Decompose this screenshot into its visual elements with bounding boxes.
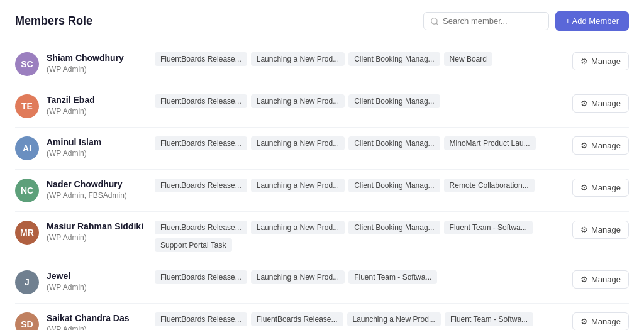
- member-role: (WP Admin): [47, 107, 147, 116]
- board-tag: Launching a New Prod...: [251, 52, 345, 66]
- boards-area: FluentBoards Release...Launching a New P…: [155, 179, 565, 192]
- member-name: Saikat Chandra Das: [47, 312, 147, 324]
- avatar: TE: [15, 94, 39, 118]
- gear-icon: ⚙: [580, 275, 588, 284]
- member-row: TETanzil Ebad(WP Admin)FluentBoards Rele…: [15, 85, 629, 128]
- member-role: (WP Admin, FBSAdmin): [47, 191, 147, 200]
- member-info: Jewel(WP Admin): [47, 270, 147, 292]
- member-role: (WP Admin): [47, 233, 147, 242]
- member-info: Tanzil Ebad(WP Admin): [47, 94, 147, 116]
- manage-button[interactable]: ⚙Manage: [572, 52, 629, 70]
- gear-icon: ⚙: [580, 183, 588, 192]
- board-tag: Client Booking Manag...: [348, 136, 440, 150]
- board-tag: New Board: [444, 52, 492, 66]
- member-row: AIAminul Islam(WP Admin)FluentBoards Rel…: [15, 128, 629, 170]
- member-role: (WP Admin): [47, 325, 147, 330]
- manage-button[interactable]: ⚙Manage: [572, 94, 629, 113]
- search-box: [423, 12, 549, 30]
- member-info: Nader Chowdhury(WP Admin, FBSAdmin): [47, 179, 147, 200]
- board-tag: FluentBoards Release...: [155, 136, 247, 150]
- board-tag: FluentBoards Release...: [155, 94, 247, 108]
- search-icon: [430, 17, 439, 26]
- manage-button[interactable]: ⚙Manage: [572, 270, 629, 289]
- members-list: SCShiam Chowdhury(WP Admin)FluentBoards …: [15, 43, 629, 330]
- member-row: NCNader Chowdhury(WP Admin, FBSAdmin)Flu…: [15, 170, 629, 212]
- member-info: Aminul Islam(WP Admin): [47, 136, 147, 158]
- avatar: NC: [15, 179, 39, 202]
- gear-icon: ⚙: [580, 225, 588, 234]
- member-info: Masiur Rahman Siddiki(WP Admin): [47, 221, 147, 242]
- avatar: SD: [15, 312, 39, 330]
- board-tag: MinoMart Product Lau...: [444, 136, 536, 150]
- member-role: (WP Admin): [47, 149, 147, 158]
- manage-button[interactable]: ⚙Manage: [572, 221, 629, 239]
- manage-label: Manage: [591, 275, 621, 284]
- avatar: J: [15, 270, 39, 294]
- board-tag: Launching a New Prod...: [251, 179, 345, 192]
- page-container: Members Role + Add Member SCShiam Chowdh…: [0, 0, 644, 330]
- board-tag: Fluent Team - Softwa...: [444, 221, 533, 234]
- board-tag: Client Booking Manag...: [348, 94, 440, 108]
- boards-area: FluentBoards Release...Launching a New P…: [155, 270, 565, 284]
- svg-point-0: [431, 18, 437, 23]
- member-name: Masiur Rahman Siddiki: [47, 221, 147, 232]
- board-tag: Launching a New Prod...: [251, 221, 345, 234]
- member-role: (WP Admin): [47, 65, 147, 74]
- avatar: AI: [15, 136, 39, 160]
- boards-area: FluentBoards Release...Launching a New P…: [155, 221, 565, 252]
- add-member-label: + Add Member: [565, 16, 619, 26]
- member-info: Saikat Chandra Das(WP Admin): [47, 312, 147, 330]
- svg-line-1: [436, 23, 438, 25]
- member-name: Aminul Islam: [47, 136, 147, 148]
- manage-label: Manage: [591, 317, 621, 326]
- member-row: JJewel(WP Admin)FluentBoards Release...L…: [15, 261, 629, 304]
- board-tag: FluentBoards Release...: [155, 270, 247, 284]
- board-tag: Client Booking Manag...: [348, 221, 440, 234]
- board-tag: Launching a New Prod...: [347, 312, 441, 326]
- manage-label: Manage: [591, 57, 621, 66]
- board-tag: Launching a New Prod...: [251, 136, 345, 150]
- board-tag: Client Booking Manag...: [348, 52, 440, 66]
- header-right: + Add Member: [423, 11, 629, 31]
- board-tag: FluentBoards Release...: [155, 179, 247, 192]
- avatar: MR: [15, 221, 39, 245]
- boards-area: FluentBoards Release...Launching a New P…: [155, 52, 565, 66]
- add-member-button[interactable]: + Add Member: [555, 11, 629, 31]
- page-title: Members Role: [15, 14, 92, 28]
- manage-button[interactable]: ⚙Manage: [572, 136, 629, 155]
- board-tag: Support Portal Task: [155, 238, 232, 252]
- board-tag: Launching a New Prod...: [251, 270, 345, 284]
- header: Members Role + Add Member: [15, 11, 629, 31]
- member-role: (WP Admin): [47, 283, 147, 292]
- member-name: Jewel: [47, 270, 147, 282]
- manage-label: Manage: [591, 141, 621, 150]
- manage-label: Manage: [591, 225, 621, 234]
- board-tag: Remote Collaboration...: [444, 179, 535, 192]
- boards-area: FluentBoards Release...FluentBoards Rele…: [155, 312, 565, 330]
- gear-icon: ⚙: [580, 99, 588, 108]
- member-row: SDSaikat Chandra Das(WP Admin)FluentBoar…: [15, 304, 629, 330]
- gear-icon: ⚙: [580, 57, 588, 66]
- boards-area: FluentBoards Release...Launching a New P…: [155, 94, 565, 108]
- board-tag: Client Booking Manag...: [348, 179, 440, 192]
- board-tag: Fluent Team - Softwa...: [348, 270, 437, 284]
- gear-icon: ⚙: [580, 141, 588, 150]
- member-info: Shiam Chowdhury(WP Admin): [47, 52, 147, 74]
- manage-button[interactable]: ⚙Manage: [572, 179, 629, 197]
- member-name: Tanzil Ebad: [47, 94, 147, 106]
- board-tag: FluentBoards Release...: [155, 312, 247, 326]
- boards-area: FluentBoards Release...Launching a New P…: [155, 136, 565, 150]
- board-tag: Fluent Team - Softwa...: [445, 312, 533, 326]
- member-name: Nader Chowdhury: [47, 179, 147, 190]
- member-name: Shiam Chowdhury: [47, 52, 147, 63]
- member-row: SCShiam Chowdhury(WP Admin)FluentBoards …: [15, 43, 629, 85]
- board-tag: FluentBoards Release...: [251, 312, 343, 326]
- gear-icon: ⚙: [580, 317, 588, 326]
- manage-label: Manage: [591, 99, 621, 108]
- avatar: SC: [15, 52, 39, 76]
- board-tag: Launching a New Prod...: [251, 94, 345, 108]
- manage-button[interactable]: ⚙Manage: [572, 312, 629, 330]
- board-tag: FluentBoards Release...: [155, 221, 247, 234]
- search-input[interactable]: [443, 16, 542, 26]
- board-tag: FluentBoards Release...: [155, 52, 247, 66]
